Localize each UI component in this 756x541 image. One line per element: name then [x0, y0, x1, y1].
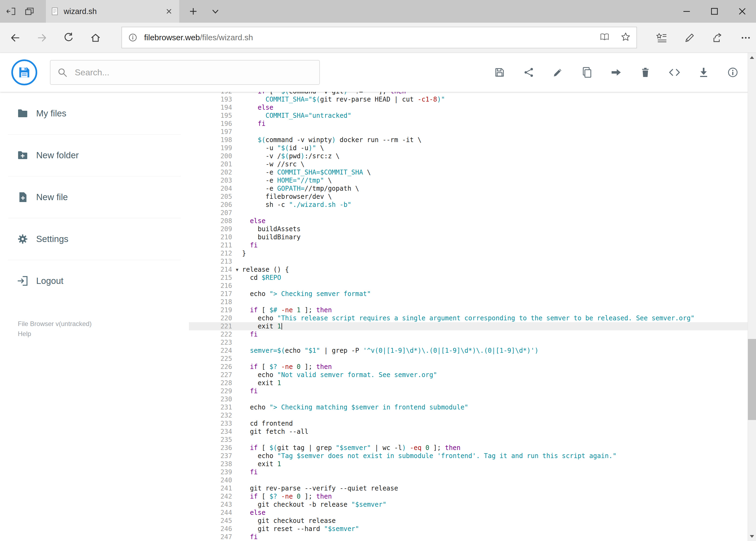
- save-button[interactable]: [494, 66, 506, 78]
- code-line[interactable]: 208 else: [189, 217, 748, 225]
- sidebar-item-new-file[interactable]: New file: [0, 185, 189, 209]
- scrollbar-thumb[interactable]: [748, 339, 756, 420]
- code-line[interactable]: 200 -v /$(pwd):/src:z \: [189, 152, 748, 160]
- code-line[interactable]: 213: [189, 258, 748, 266]
- code-line[interactable]: 198 $(command -v winpty) docker run --rm…: [189, 136, 748, 144]
- minimize-button[interactable]: [672, 0, 700, 23]
- code-line[interactable]: 204 -e GOPATH=//tmp/gopath \: [189, 185, 748, 193]
- fold-arrow-icon[interactable]: ▾: [232, 266, 242, 273]
- code-line[interactable]: 199 -u "$(id -u)" \: [189, 144, 748, 152]
- code-line[interactable]: 227 echo "Not valid semver format. See s…: [189, 371, 748, 379]
- code-line[interactable]: 218: [189, 298, 748, 306]
- code-line[interactable]: 212}: [189, 249, 748, 258]
- tab-preview-toggle-button[interactable]: [208, 4, 223, 19]
- code-line[interactable]: 231 echo "> Checking matching $semver in…: [189, 403, 748, 411]
- code-line[interactable]: 221 exit 1: [189, 322, 748, 330]
- info-button[interactable]: [727, 66, 739, 78]
- code-line[interactable]: 246 git reset --hard "$semver": [189, 525, 748, 533]
- code-line[interactable]: 240: [189, 476, 748, 484]
- code-line[interactable]: 201 -w //src \: [189, 160, 748, 168]
- code-line[interactable]: 225: [189, 355, 748, 363]
- code-line[interactable]: 203 -e HOME="//tmp" \: [189, 176, 748, 185]
- sidebar-item-new-folder[interactable]: New folder: [0, 143, 189, 168]
- code-line[interactable]: 207: [189, 209, 748, 217]
- code-line[interactable]: 245 git checkout release: [189, 517, 748, 525]
- sidebar-item-settings[interactable]: Settings: [0, 227, 189, 251]
- code-line[interactable]: 206 sh -c "./wizard.sh -b": [189, 201, 748, 209]
- code-line[interactable]: 233 cd frontend: [189, 419, 748, 427]
- code-line[interactable]: 234 git fetch --all: [189, 427, 748, 436]
- code-line[interactable]: 209 buildAssets: [189, 225, 748, 233]
- share-button[interactable]: [711, 31, 724, 44]
- code-line[interactable]: 242 if [ $? -ne 0 ]; then: [189, 492, 748, 500]
- code-line[interactable]: 243 git checkout -b release "$semver": [189, 500, 748, 509]
- code-line[interactable]: 237 echo "Tag $semver does not exist in …: [189, 452, 748, 460]
- site-info-icon[interactable]: [128, 33, 137, 42]
- window-close-button[interactable]: [728, 0, 756, 23]
- code-line[interactable]: 222 fi: [189, 330, 748, 338]
- tab-wizard-sh[interactable]: wizard.sh: [46, 0, 179, 23]
- code-line[interactable]: 228 exit 1: [189, 379, 748, 387]
- web-note-button[interactable]: [683, 31, 696, 44]
- url-text[interactable]: filebrowser.web/files/wizard.sh: [144, 33, 592, 42]
- code-line[interactable]: 220 echo "This release script requires a…: [189, 314, 748, 322]
- code-line[interactable]: 239 fi: [189, 468, 748, 476]
- new-tab-button[interactable]: [186, 4, 201, 19]
- set-tabs-aside-button[interactable]: [3, 4, 18, 19]
- home-button[interactable]: [87, 29, 104, 46]
- code-line[interactable]: 223: [189, 338, 748, 346]
- favorites-hub-button[interactable]: [655, 31, 668, 44]
- code-line[interactable]: 211 fi: [189, 241, 748, 249]
- code-line[interactable]: 230: [189, 395, 748, 403]
- scroll-down-arrow[interactable]: [748, 532, 756, 541]
- code-line[interactable]: 247 fi: [189, 533, 748, 541]
- code-line[interactable]: 219 if [ $# -ne 1 ]; then: [189, 306, 748, 314]
- add-favorite-button[interactable]: [619, 31, 632, 44]
- code-line[interactable]: 235: [189, 436, 748, 444]
- code-line[interactable]: 241 git rev-parse --verify --quiet relea…: [189, 484, 748, 492]
- code-line[interactable]: 196 fi: [189, 120, 748, 128]
- page-scrollbar[interactable]: [748, 53, 756, 541]
- code-line[interactable]: 226 if [ $? -ne 0 ]; then: [189, 363, 748, 371]
- code-line[interactable]: 215 cd $REPO: [189, 273, 748, 282]
- code-line[interactable]: 224 semver=$(echo "$1" | grep -P '^v(0|[…: [189, 346, 748, 355]
- tab-close-button[interactable]: [163, 6, 174, 17]
- scroll-up-arrow[interactable]: [748, 53, 756, 62]
- code-line[interactable]: 244 else: [189, 509, 748, 517]
- code-line[interactable]: 232: [189, 411, 748, 419]
- search-input[interactable]: [75, 68, 313, 78]
- delete-button[interactable]: [639, 66, 651, 78]
- code-line[interactable]: 192 if [ "$(command -v git)" != "" ]; th…: [189, 92, 748, 95]
- address-bar[interactable]: filebrowser.web/files/wizard.sh: [122, 27, 637, 48]
- code-line[interactable]: 193 COMMIT_SHA="$(git rev-parse HEAD | c…: [189, 95, 748, 104]
- rename-button[interactable]: [552, 66, 564, 78]
- code-line[interactable]: 236 if [ $(git tag | grep "$semver" | wc…: [189, 444, 748, 452]
- copy-button[interactable]: [581, 66, 593, 78]
- refresh-button[interactable]: [60, 29, 77, 46]
- reading-view-button[interactable]: [598, 31, 611, 44]
- tabs-set-aside-button[interactable]: [22, 4, 37, 19]
- search-box[interactable]: [50, 60, 320, 85]
- code-line[interactable]: 229 fi: [189, 387, 748, 395]
- code-line[interactable]: 205 filebrowser/dev \: [189, 193, 748, 201]
- forward-button[interactable]: [34, 29, 51, 46]
- code-line[interactable]: 214▾release () {: [189, 266, 748, 273]
- code-line[interactable]: 194 else: [189, 104, 748, 112]
- download-button[interactable]: [698, 66, 710, 78]
- maximize-button[interactable]: [700, 0, 728, 23]
- sidebar-item-my-files[interactable]: My files: [0, 101, 189, 126]
- share-file-button[interactable]: [523, 66, 535, 78]
- code-line[interactable]: 195 COMMIT_SHA="untracked": [189, 112, 748, 120]
- code-line[interactable]: 217 echo "> Checking semver format": [189, 290, 748, 298]
- code-line[interactable]: 216: [189, 282, 748, 290]
- editor-mode-button[interactable]: [668, 66, 680, 78]
- code-line[interactable]: 197: [189, 128, 748, 136]
- code-line[interactable]: 210 buildBinary: [189, 233, 748, 241]
- code-line[interactable]: 238 exit 1: [189, 460, 748, 468]
- back-button[interactable]: [6, 29, 24, 46]
- sidebar-item-logout[interactable]: Logout: [0, 269, 189, 293]
- code-line[interactable]: 202 -e COMMIT_SHA=$COMMIT_SHA \: [189, 168, 748, 176]
- more-menu-button[interactable]: [739, 31, 752, 44]
- code-editor[interactable]: 192 if [ "$(command -v git)" != "" ]; th…: [189, 92, 748, 541]
- help-link[interactable]: Help: [18, 329, 189, 339]
